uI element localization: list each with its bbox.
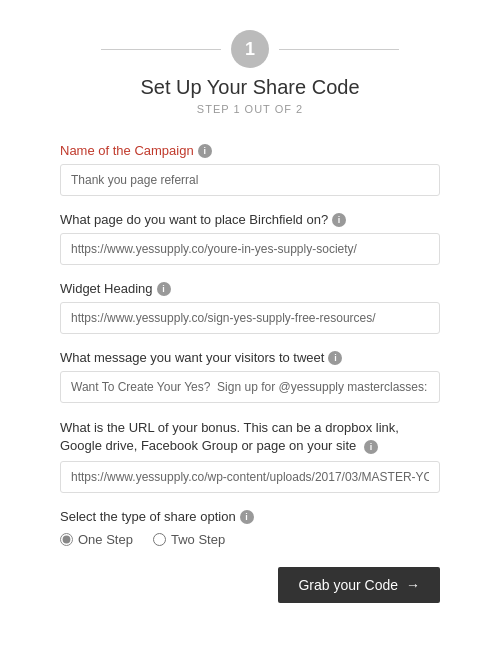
tweet-group: What message you want your visitors to t… bbox=[60, 350, 440, 403]
radio-option-one-step[interactable]: One Step bbox=[60, 532, 133, 547]
widget-group: Widget Heading i bbox=[60, 281, 440, 334]
page-container: 1 Set Up Your Share Code STEP 1 OUT OF 2… bbox=[0, 0, 500, 662]
step-title: Set Up Your Share Code bbox=[140, 76, 359, 99]
page-info-icon[interactable]: i bbox=[332, 213, 346, 227]
share-type-info-icon[interactable]: i bbox=[240, 510, 254, 524]
step-circle: 1 bbox=[231, 30, 269, 68]
page-label: What page do you want to place Birchfiel… bbox=[60, 212, 440, 227]
campaign-info-icon[interactable]: i bbox=[198, 144, 212, 158]
campaign-input[interactable] bbox=[60, 164, 440, 196]
campaign-label: Name of the Campaign i bbox=[60, 143, 440, 158]
share-type-group: Select the type of share option i One St… bbox=[60, 509, 440, 547]
bonus-group: What is the URL of your bonus. This can … bbox=[60, 419, 440, 493]
campaign-group: Name of the Campaign i bbox=[60, 143, 440, 196]
step-lines: 1 bbox=[60, 30, 440, 68]
widget-input[interactable] bbox=[60, 302, 440, 334]
widget-label: Widget Heading i bbox=[60, 281, 440, 296]
tweet-input[interactable] bbox=[60, 371, 440, 403]
step-line-left bbox=[101, 49, 221, 50]
widget-info-icon[interactable]: i bbox=[157, 282, 171, 296]
page-input[interactable] bbox=[60, 233, 440, 265]
step-line-right bbox=[279, 49, 399, 50]
tweet-label: What message you want your visitors to t… bbox=[60, 350, 440, 365]
tweet-info-icon[interactable]: i bbox=[328, 351, 342, 365]
radio-option-two-step[interactable]: Two Step bbox=[153, 532, 225, 547]
radio-two-step[interactable] bbox=[153, 533, 166, 546]
radio-options: One Step Two Step bbox=[60, 532, 440, 547]
radio-one-step[interactable] bbox=[60, 533, 73, 546]
step-header: 1 Set Up Your Share Code STEP 1 OUT OF 2 bbox=[60, 30, 440, 115]
page-group: What page do you want to place Birchfiel… bbox=[60, 212, 440, 265]
bonus-input[interactable] bbox=[60, 461, 440, 493]
submit-button[interactable]: Grab your Code → bbox=[278, 567, 440, 603]
bonus-info-icon[interactable]: i bbox=[364, 440, 378, 454]
share-type-label: Select the type of share option i bbox=[60, 509, 440, 524]
arrow-icon: → bbox=[406, 577, 420, 593]
step-subtitle: STEP 1 OUT OF 2 bbox=[197, 103, 303, 115]
submit-row: Grab your Code → bbox=[60, 567, 440, 603]
bonus-label: What is the URL of your bonus. This can … bbox=[60, 419, 440, 455]
